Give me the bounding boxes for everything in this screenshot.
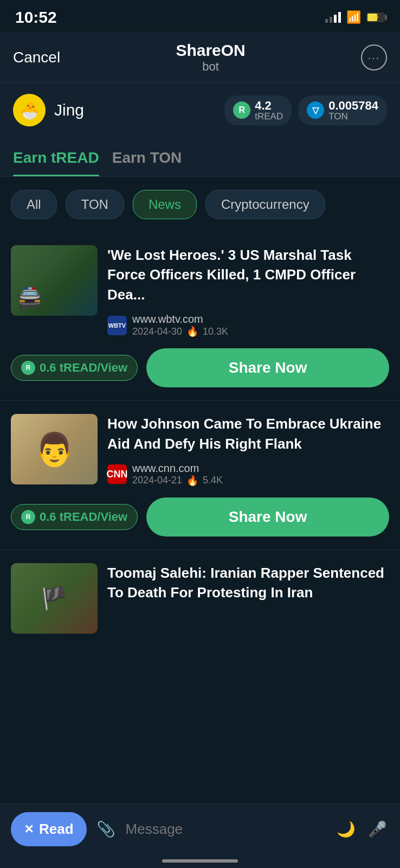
news-card-3: Toomaj Salehi: Iranian Rapper Sentenced …	[0, 550, 400, 658]
mic-icon: 🎤	[368, 820, 387, 838]
tab-earn-tread[interactable]: Earn tREAD	[13, 137, 112, 176]
news-source-1: WBTV www.wbtv.com 2024-04-30 🔥 10.3K	[107, 313, 389, 337]
status-icons: 📶 ⚡	[325, 10, 385, 24]
news-title-2: How Johnson Came To Embrace Ukraine Aid …	[107, 414, 389, 454]
ton-balance-pill: ▽ 0.005784 TON	[298, 95, 387, 125]
filter-cryptocurrency[interactable]: Cryptocurrency	[205, 190, 325, 219]
filters-section: All TON News Cryptocurrency	[0, 177, 400, 232]
fire-icon-1: 🔥	[186, 326, 198, 337]
signal-icon	[325, 12, 341, 23]
more-icon: ···	[368, 52, 380, 64]
news-text-1: 'We Lost Heroes.' 3 US Marshal Task Forc…	[107, 245, 389, 337]
source-date-2: 2024-04-21 🔥 5.4K	[132, 475, 223, 487]
user-identity: 🐣 Jing	[13, 94, 84, 126]
message-input[interactable]	[126, 821, 326, 838]
status-time: 10:52	[15, 8, 57, 27]
news-content-3: Toomaj Salehi: Iranian Rapper Sentenced …	[11, 563, 389, 634]
read-label: Read	[39, 821, 74, 838]
news-thumbnail-2	[11, 414, 98, 484]
fire-icon-2: 🔥	[186, 475, 198, 487]
avatar: 🐣	[13, 94, 46, 126]
emoji-icon: 🌙	[337, 820, 356, 838]
news-source-2: CNN www.cnn.com 2024-04-21 🔥 5.4K	[107, 462, 389, 487]
news-actions-2: R 0.6 tREAD/View Share Now	[11, 497, 389, 537]
source-logo-cnn: CNN	[107, 464, 127, 484]
news-content-1: 'We Lost Heroes.' 3 US Marshal Task Forc…	[11, 245, 389, 337]
filter-news[interactable]: News	[133, 190, 197, 219]
news-title-3: Toomaj Salehi: Iranian Rapper Sentenced …	[107, 563, 389, 603]
home-indicator	[162, 859, 238, 863]
tread-amount: 4.2	[255, 100, 283, 112]
attachment-icon: 📎	[96, 820, 115, 838]
news-card-1: 'We Lost Heroes.' 3 US Marshal Task Forc…	[0, 232, 400, 401]
read-x-icon: ✕	[24, 822, 34, 837]
ton-label: TON	[328, 112, 378, 121]
source-url-2: www.cnn.com	[132, 462, 223, 475]
app-subtitle: bot	[176, 60, 245, 74]
tread-balance-pill: R 4.2 tREAD	[224, 95, 292, 125]
news-thumbnail-1	[11, 245, 98, 316]
cancel-button[interactable]: Cancel	[13, 49, 60, 66]
news-text-3: Toomaj Salehi: Iranian Rapper Sentenced …	[107, 563, 389, 634]
mic-button[interactable]: 🎤	[365, 818, 389, 841]
ton-icon: ▽	[307, 101, 324, 119]
bottom-bar: ✕ Read 📎 🌙 🎤	[0, 803, 400, 868]
source-date-1: 2024-04-30 🔥 10.3K	[132, 326, 228, 337]
news-content-2: How Johnson Came To Embrace Ukraine Aid …	[11, 414, 389, 487]
source-logo-wbtv: WBTV	[107, 316, 127, 335]
tread-reward-icon-2: R	[21, 510, 35, 524]
tab-earn-ton[interactable]: Earn TON	[112, 137, 195, 176]
filter-all[interactable]: All	[11, 190, 57, 219]
tread-label: tREAD	[255, 112, 283, 121]
news-title-1: 'We Lost Heroes.' 3 US Marshal Task Forc…	[107, 245, 389, 304]
user-name: Jing	[54, 101, 84, 119]
filter-ton[interactable]: TON	[66, 190, 124, 219]
news-thumbnail-3	[11, 563, 98, 634]
user-section: 🐣 Jing R 4.2 tREAD ▽ 0.005784 TON	[0, 83, 400, 137]
tread-reward-text-1: 0.6 tREAD/View	[40, 361, 127, 375]
tabs-section: Earn tREAD Earn TON	[0, 137, 400, 177]
emoji-button[interactable]: 🌙	[334, 818, 358, 841]
tread-reward-text-2: 0.6 tREAD/View	[40, 510, 127, 524]
news-card-2: How Johnson Came To Embrace Ukraine Aid …	[0, 401, 400, 550]
share-now-button-1[interactable]: Share Now	[146, 348, 389, 387]
tread-reward-icon-1: R	[21, 361, 35, 375]
more-button[interactable]: ···	[361, 44, 387, 71]
news-text-2: How Johnson Came To Embrace Ukraine Aid …	[107, 414, 389, 487]
tread-reward-2: R 0.6 tREAD/View	[11, 504, 138, 530]
source-url-1: www.wbtv.com	[132, 313, 228, 326]
header: Cancel ShareON bot ···	[0, 33, 400, 83]
balance-area: R 4.2 tREAD ▽ 0.005784 TON	[224, 95, 387, 125]
attachment-button[interactable]: 📎	[94, 818, 118, 841]
app-name: ShareON	[176, 41, 245, 60]
wifi-icon: 📶	[346, 10, 361, 24]
read-button[interactable]: ✕ Read	[11, 812, 87, 846]
ton-amount: 0.005784	[328, 100, 378, 112]
tread-icon: R	[233, 101, 250, 119]
share-now-button-2[interactable]: Share Now	[146, 497, 389, 537]
status-bar: 10:52 📶 ⚡	[0, 0, 400, 33]
news-actions-1: R 0.6 tREAD/View Share Now	[11, 348, 389, 387]
tread-reward-1: R 0.6 tREAD/View	[11, 355, 138, 381]
battery-icon: ⚡	[366, 12, 385, 22]
header-title: ShareON bot	[176, 41, 245, 74]
